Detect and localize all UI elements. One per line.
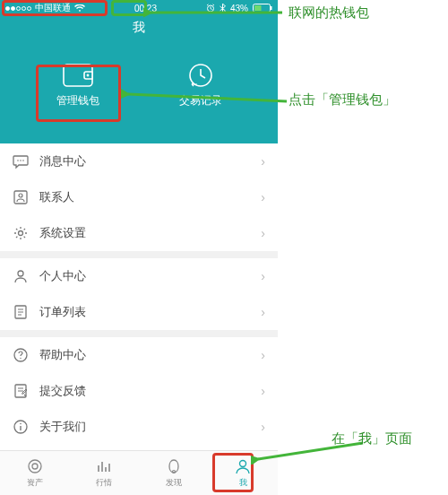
svg-point-12 xyxy=(19,194,22,197)
page-title: 我 xyxy=(0,14,278,36)
feedback-icon xyxy=(13,383,29,399)
menu-item-settings[interactable]: 系统设置 › xyxy=(0,215,278,251)
list-icon xyxy=(13,304,29,320)
help-icon xyxy=(13,347,29,363)
clock-icon xyxy=(185,63,216,88)
svg-rect-3 xyxy=(271,6,272,10)
menu-list: 消息中心 › 联系人 › 系统设置 › 个人中心 › 订单列表 › 帮 xyxy=(0,143,278,445)
tab-label: 我 xyxy=(239,477,247,489)
gear-icon xyxy=(13,225,29,241)
discover-icon xyxy=(165,457,183,475)
annotation-hot-wallet: 联网的热钱包 xyxy=(289,4,369,22)
alarm-icon xyxy=(206,4,215,13)
menu-item-help[interactable]: 帮助中心 › xyxy=(0,337,278,373)
svg-point-14 xyxy=(18,271,23,276)
svg-point-6 xyxy=(86,74,89,77)
contact-icon xyxy=(13,189,29,205)
signal-dots-icon xyxy=(5,6,31,11)
assets-icon xyxy=(26,457,44,475)
svg-point-13 xyxy=(19,231,23,236)
chevron-right-icon: › xyxy=(261,348,265,362)
market-icon xyxy=(95,457,113,475)
chevron-right-icon: › xyxy=(261,190,265,204)
me-icon xyxy=(234,457,252,475)
menu-item-profile[interactable]: 个人中心 › xyxy=(0,258,278,294)
separator xyxy=(0,330,278,337)
menu-label: 联系人 xyxy=(39,189,74,205)
battery-icon xyxy=(253,4,272,13)
menu-label: 订单列表 xyxy=(39,304,86,320)
tab-label: 资产 xyxy=(27,477,43,489)
svg-point-24 xyxy=(240,461,246,467)
separator xyxy=(0,251,278,258)
tab-discover[interactable]: 发现 xyxy=(139,451,209,495)
menu-item-orders[interactable]: 订单列表 › xyxy=(0,294,278,330)
svg-point-20 xyxy=(20,423,22,425)
chevron-right-icon: › xyxy=(261,305,265,319)
menu-label: 关于我们 xyxy=(39,419,86,435)
wallet-icon xyxy=(63,63,93,88)
annotation-click-manage: 点击「管理钱包」 xyxy=(289,90,396,110)
chevron-right-icon: › xyxy=(261,269,265,283)
bluetooth-icon xyxy=(220,4,226,13)
menu-label: 消息中心 xyxy=(39,153,86,169)
chevron-right-icon: › xyxy=(261,420,265,434)
status-time: 00:23 xyxy=(134,4,157,13)
svg-point-9 xyxy=(20,160,22,161)
manage-wallet-button[interactable]: 管理钱包 xyxy=(33,56,123,116)
tab-label: 发现 xyxy=(166,477,182,489)
menu-label: 帮助中心 xyxy=(39,347,86,363)
svg-point-17 xyxy=(20,358,21,359)
svg-point-21 xyxy=(29,460,41,473)
chevron-right-icon: › xyxy=(261,384,265,398)
wifi-icon xyxy=(74,4,85,13)
transaction-history-button[interactable]: 交易记录 xyxy=(156,56,246,116)
annotation-me-page: 在「我」页面 xyxy=(332,430,412,447)
transaction-history-label: 交易记录 xyxy=(179,93,222,109)
menu-item-feedback[interactable]: 提交反馈 › xyxy=(0,373,278,409)
svg-point-10 xyxy=(22,160,24,161)
tab-label: 行情 xyxy=(96,477,112,489)
info-icon xyxy=(13,419,29,435)
tab-bar: 资产 行情 发现 我 xyxy=(0,450,278,495)
menu-item-messages[interactable]: 消息中心 › xyxy=(0,143,278,179)
chevron-right-icon: › xyxy=(261,154,265,169)
person-icon xyxy=(13,268,29,284)
tab-market[interactable]: 行情 xyxy=(70,451,140,495)
menu-label: 提交反馈 xyxy=(39,383,86,399)
menu-label: 个人中心 xyxy=(39,268,86,284)
menu-label: 系统设置 xyxy=(39,225,86,241)
phone-frame: 中国联通 00:23 43% 我 管理钱包 xyxy=(0,0,278,495)
svg-rect-2 xyxy=(254,5,262,11)
manage-wallet-label: 管理钱包 xyxy=(56,93,99,109)
tab-assets[interactable]: 资产 xyxy=(0,451,70,495)
battery-pct: 43% xyxy=(230,4,248,13)
carrier-label: 中国联通 xyxy=(35,2,71,14)
header: 中国联通 00:23 43% 我 管理钱包 xyxy=(0,0,278,143)
chat-icon xyxy=(13,153,29,169)
menu-item-about[interactable]: 关于我们 › xyxy=(0,409,278,445)
svg-point-8 xyxy=(17,160,19,161)
svg-point-23 xyxy=(172,471,175,473)
tab-me[interactable]: 我 xyxy=(209,451,279,495)
status-bar: 中国联通 00:23 43% xyxy=(0,0,278,14)
chevron-right-icon: › xyxy=(261,226,265,240)
svg-point-22 xyxy=(32,464,38,469)
menu-item-contacts[interactable]: 联系人 › xyxy=(0,179,278,215)
